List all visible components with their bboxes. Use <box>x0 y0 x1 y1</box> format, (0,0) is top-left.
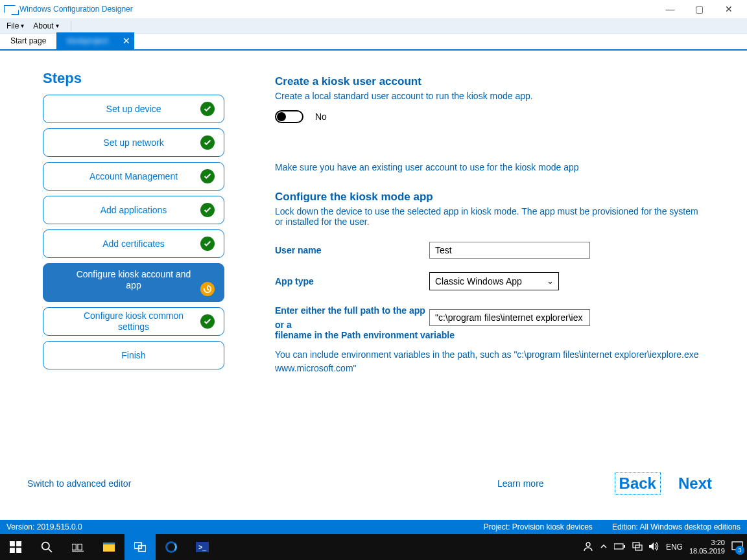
window-title: Windows Configuration Designer <box>19 5 133 14</box>
step-set-up-network[interactable]: Set up network <box>43 128 224 157</box>
minimize-button[interactable]: — <box>656 0 685 18</box>
menu-file-label: File <box>6 21 19 30</box>
close-window-button[interactable]: ✕ <box>714 0 743 18</box>
apptype-select[interactable]: Classic Windows App <box>429 272 559 290</box>
step-add-certificates[interactable]: Add certificates <box>43 229 224 258</box>
check-icon <box>200 102 215 116</box>
status-project-label: Project: <box>484 522 510 531</box>
step-add-applications[interactable]: Add applications <box>43 196 224 224</box>
powershell-button[interactable]: >_ <box>187 534 218 560</box>
status-bar: Version: 2019.515.0.0 Project: Provision… <box>0 520 747 534</box>
check-icon <box>200 135 215 150</box>
start-button[interactable] <box>0 534 31 560</box>
svg-rect-14 <box>624 545 625 548</box>
search-button[interactable] <box>31 534 62 560</box>
svg-rect-2 <box>16 541 21 546</box>
tab-strip: Start page kioskproject ✕ <box>0 34 747 51</box>
check-icon <box>200 203 215 217</box>
taskbar: >_ ENG 3:20 18.05.2019 3 <box>0 534 747 560</box>
check-icon <box>200 314 215 329</box>
configure-app-desc: Lock down the device to use the selected… <box>275 206 708 227</box>
steps-column: Steps Set up device Set up network Accou… <box>0 52 246 533</box>
step-label: Add applications <box>101 205 167 216</box>
notifications-button[interactable]: 3 <box>731 541 743 554</box>
progress-icon <box>200 282 215 296</box>
existing-account-note: Make sure you have an existing user acco… <box>275 162 708 172</box>
task-view-button[interactable] <box>62 534 93 560</box>
app-icon <box>4 5 16 13</box>
language-indicator[interactable]: ENG <box>666 542 683 552</box>
svg-line-6 <box>49 549 52 552</box>
learn-more-link[interactable]: Learn more <box>497 478 544 489</box>
step-configure-kiosk-common[interactable]: Configure kiosk common settings <box>43 307 224 336</box>
clock-date: 18.05.2019 <box>689 547 725 555</box>
path-hint: You can include environment variables in… <box>275 348 708 375</box>
tab-project[interactable]: kioskproject ✕ <box>56 32 134 49</box>
tab-project-label: kioskproject <box>67 36 108 45</box>
svg-rect-3 <box>10 548 15 553</box>
file-explorer-button[interactable] <box>93 534 124 560</box>
close-tab-button[interactable]: ✕ <box>123 36 130 46</box>
folder-icon <box>103 542 115 552</box>
menubar: File ▾ About ▾ <box>0 18 747 34</box>
configure-app-heading: Configure the kiosk mode app <box>275 191 708 204</box>
tray-chevron-icon[interactable] <box>600 542 608 552</box>
step-configure-kiosk-account[interactable]: Configure kiosk account and app <box>43 263 224 302</box>
step-account-management[interactable]: Account Management <box>43 162 224 191</box>
svg-point-12 <box>586 542 590 546</box>
tab-start-label: Start page <box>10 36 46 45</box>
notif-count: 3 <box>735 546 744 555</box>
content-area: Steps Set up device Set up network Accou… <box>0 52 747 533</box>
check-icon <box>200 237 215 251</box>
tab-start-page[interactable]: Start page <box>0 32 56 49</box>
next-button[interactable]: Next <box>674 473 716 494</box>
svg-marker-17 <box>649 542 654 550</box>
check-icon <box>200 169 215 183</box>
create-account-heading: Create a kiosk user account <box>275 75 708 88</box>
chevron-down-icon: ▾ <box>21 22 24 29</box>
network-icon[interactable] <box>632 542 643 553</box>
maximize-button[interactable]: ▢ <box>685 0 714 18</box>
toggle-knob <box>277 112 286 121</box>
bottom-actions: Switch to advanced editor Learn more Bac… <box>27 473 716 494</box>
step-set-up-device[interactable]: Set up device <box>43 95 224 123</box>
powershell-icon: >_ <box>196 542 209 552</box>
switch-advanced-link[interactable]: Switch to advanced editor <box>27 478 131 489</box>
app-path-input[interactable] <box>429 309 590 326</box>
step-label: Configure kiosk account and app <box>71 269 196 291</box>
svg-rect-1 <box>10 541 15 546</box>
step-label: Configure kiosk common settings <box>71 310 196 332</box>
clock-time: 3:20 <box>689 539 725 547</box>
edge-icon <box>165 541 177 553</box>
step-label: Set up device <box>106 104 161 115</box>
path-label-part1: Enter either the full path to the app or… <box>275 303 429 332</box>
steps-heading: Steps <box>43 70 224 87</box>
svg-rect-13 <box>614 544 623 549</box>
back-button[interactable]: Back <box>615 473 660 494</box>
menu-file[interactable]: File ▾ <box>6 21 24 30</box>
battery-icon[interactable] <box>614 542 626 552</box>
toggle-state-text: No <box>315 111 327 122</box>
step-label: Account Management <box>89 171 178 182</box>
status-edition-label: Edition: <box>612 522 638 531</box>
status-version-value: 2019.515.0.0 <box>37 522 82 531</box>
wcd-app-button[interactable] <box>124 534 156 560</box>
svg-rect-8 <box>78 544 82 550</box>
status-version-label: Version: <box>6 522 34 531</box>
menu-separator <box>71 21 71 31</box>
menu-about[interactable]: About ▾ <box>33 21 58 30</box>
status-edition-value: All Windows desktop editions <box>640 522 741 531</box>
step-label: Add certificates <box>102 239 165 250</box>
system-tray: ENG 3:20 18.05.2019 3 <box>583 539 747 555</box>
people-icon[interactable] <box>583 541 593 554</box>
form-column: Create a kiosk user account Create a loc… <box>246 52 747 533</box>
create-account-toggle[interactable] <box>275 110 303 123</box>
edge-button[interactable] <box>156 534 187 560</box>
step-label: Finish <box>121 350 145 361</box>
volume-icon[interactable] <box>649 542 659 553</box>
chevron-down-icon: ▾ <box>56 22 59 29</box>
step-finish[interactable]: Finish <box>43 341 224 369</box>
clock[interactable]: 3:20 18.05.2019 <box>689 539 725 555</box>
menu-about-label: About <box>33 21 53 30</box>
username-input[interactable] <box>429 242 590 259</box>
